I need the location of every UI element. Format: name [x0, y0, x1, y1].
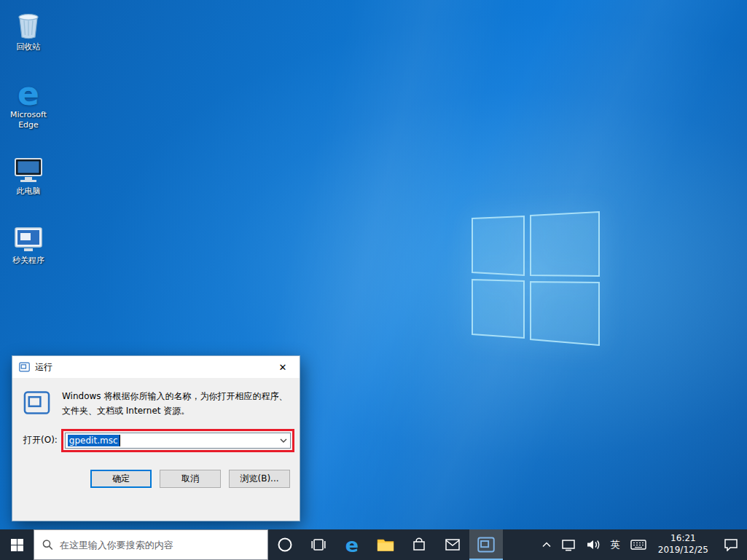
search-input[interactable]: [60, 540, 259, 551]
network-button[interactable]: [556, 529, 581, 560]
mail-icon: [445, 539, 460, 551]
taskbar: e: [0, 529, 747, 560]
windows-start-icon: [11, 539, 23, 551]
volume-icon: [586, 539, 601, 551]
tray-time: 16:21: [670, 533, 696, 545]
run-dialog-icon: [19, 362, 30, 372]
app-window-icon: [14, 221, 43, 253]
desktop-icon-this-pc[interactable]: 此电脑: [4, 151, 52, 197]
desktop-icon-label: 此电脑: [17, 186, 41, 197]
taskbar-clock[interactable]: 16:21 2019/12/25: [652, 529, 715, 560]
edge-taskbar-button[interactable]: e: [335, 529, 369, 560]
cortana-icon: [277, 537, 293, 553]
cancel-button[interactable]: 取消: [160, 470, 221, 488]
start-button[interactable]: [0, 529, 34, 560]
network-icon: [561, 538, 576, 551]
run-dialog-window: 运行 ✕ Windows 将根据你所输入的名称，为你打开相应的程序、文件夹、文档…: [12, 355, 300, 521]
edge-icon: e: [17, 75, 39, 107]
run-input-value: gpedit.msc: [68, 435, 120, 446]
close-icon[interactable]: ✕: [266, 356, 300, 378]
tray-overflow-button[interactable]: [537, 529, 556, 560]
store-icon: [412, 537, 426, 552]
system-tray: 英 16:21 2019/12/25: [537, 529, 747, 560]
search-icon: [42, 539, 53, 551]
keyboard-icon: [630, 540, 646, 550]
chevron-up-icon: [542, 542, 551, 548]
desktop-icon-label: 回收站: [17, 42, 41, 52]
dialog-description: Windows 将根据你所输入的名称，为你打开相应的程序、文件夹、文档或 Int…: [62, 390, 289, 419]
mail-button[interactable]: [436, 529, 469, 560]
computer-icon: [14, 151, 43, 184]
run-dialog-taskbar-button[interactable]: [469, 529, 503, 560]
volume-button[interactable]: [581, 529, 606, 560]
wallpaper-windows-logo: [461, 210, 607, 348]
recycle-bin-icon: [16, 7, 41, 39]
dialog-title: 运行: [35, 361, 52, 374]
file-explorer-button[interactable]: [369, 529, 402, 560]
tray-date: 2019/12/25: [658, 545, 708, 556]
dialog-titlebar[interactable]: 运行 ✕: [12, 356, 300, 378]
task-view-icon: [310, 537, 326, 552]
desktop-icon-program[interactable]: 秒关程序: [4, 221, 52, 266]
annotation-red-box: gpedit.msc: [61, 429, 294, 452]
store-button[interactable]: [402, 529, 436, 560]
ime-language-indicator[interactable]: 英: [606, 529, 625, 560]
desktop-icon-label: 秒关程序: [12, 256, 44, 266]
open-label: 打开(O):: [23, 434, 58, 446]
run-window-icon: [477, 537, 495, 553]
action-center-icon: [724, 538, 738, 551]
desktop-icon-recycle-bin[interactable]: 回收站: [4, 7, 52, 52]
edge-icon: e: [345, 535, 359, 555]
run-window-icon: [23, 390, 50, 416]
taskbar-search-box[interactable]: [34, 529, 268, 560]
run-input-combobox[interactable]: gpedit.msc: [65, 433, 291, 449]
cortana-button[interactable]: [268, 529, 302, 560]
browse-button[interactable]: 浏览(B)...: [229, 470, 290, 488]
desktop-icon-microsoft-edge[interactable]: e Microsoft Edge: [4, 75, 52, 131]
touch-keyboard-button[interactable]: [625, 529, 652, 560]
desktop-icon-label: Microsoft Edge: [4, 110, 52, 131]
task-view-button[interactable]: [302, 529, 335, 560]
ok-button[interactable]: 确定: [90, 470, 152, 488]
action-center-button[interactable]: [715, 529, 747, 560]
chevron-down-icon[interactable]: [276, 433, 290, 448]
file-explorer-icon: [377, 537, 394, 552]
